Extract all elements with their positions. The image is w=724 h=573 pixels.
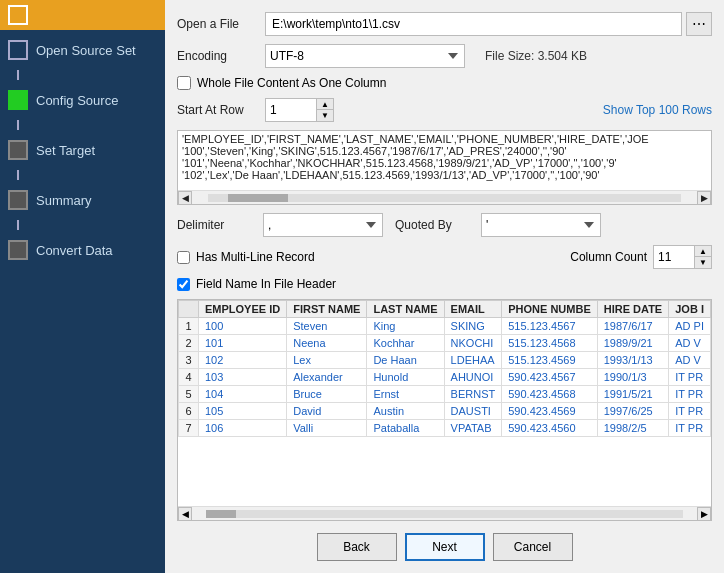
table-hscrollbar[interactable]: ◀ ▶	[178, 506, 711, 520]
table-cell: 102	[199, 352, 287, 369]
next-button[interactable]: Next	[405, 533, 485, 561]
back-button[interactable]: Back	[317, 533, 397, 561]
sidebar-connector-3	[17, 170, 19, 180]
scrollbar-thumb[interactable]	[228, 194, 288, 202]
data-table-container: EMPLOYEE IDFIRST NAMELAST NAMEEMAILPHONE…	[177, 299, 712, 521]
table-cell: 1993/1/13	[597, 352, 668, 369]
table-cell: AD PI	[669, 318, 711, 335]
table-hscroll-right[interactable]: ▶	[697, 507, 711, 521]
whole-file-checkbox[interactable]	[177, 76, 191, 90]
delimiter-group: Delimiter ,	[177, 213, 383, 237]
table-row-number-header	[179, 301, 199, 318]
browse-button[interactable]: ⋯	[686, 12, 712, 36]
sidebar-header	[0, 0, 165, 30]
scrollbar-track	[208, 194, 681, 202]
field-name-checkbox[interactable]	[177, 278, 190, 291]
table-cell: LDEHAA	[444, 352, 502, 369]
column-count-up-button[interactable]: ▲	[695, 246, 711, 257]
sidebar-connector-4	[17, 220, 19, 230]
table-column-header: HIRE DATE	[597, 301, 668, 318]
table-row: 5104BruceErnstBERNST590.423.45681991/5/2…	[179, 386, 711, 403]
sidebar: Open Source Set Config Source Set Target…	[0, 0, 165, 573]
sidebar-item-set-target[interactable]: Set Target	[0, 130, 165, 170]
quoted-by-select[interactable]: '	[481, 213, 601, 237]
column-count-label: Column Count	[570, 250, 647, 264]
table-cell: Hunold	[367, 369, 444, 386]
quoted-by-group: Quoted By '	[395, 213, 601, 237]
table-column-header: FIRST NAME	[287, 301, 367, 318]
column-count-input[interactable]	[654, 246, 694, 268]
table-hscroll-left[interactable]: ◀	[178, 507, 192, 521]
table-cell: 515.123.4569	[502, 352, 598, 369]
scroll-right-arrow[interactable]: ▶	[697, 191, 711, 205]
multiline-checkbox-group: Has Multi-Line Record	[177, 250, 315, 264]
table-row-number: 3	[179, 352, 199, 369]
table-cell: IT PR	[669, 403, 711, 420]
table-cell: 1997/6/25	[597, 403, 668, 420]
multiline-checkbox[interactable]	[177, 251, 190, 264]
text-preview: 'EMPLOYEE_ID','FIRST_NAME','LAST_NAME','…	[177, 130, 712, 205]
open-file-row: Open a File ⋯	[177, 12, 712, 36]
table-column-header: LAST NAME	[367, 301, 444, 318]
table-cell: 515.123.4567	[502, 318, 598, 335]
table-header-row: EMPLOYEE IDFIRST NAMELAST NAMEEMAILPHONE…	[179, 301, 711, 318]
cancel-button[interactable]: Cancel	[493, 533, 573, 561]
text-preview-hscrollbar[interactable]: ◀ ▶	[178, 190, 711, 204]
sidebar-label-open-source-set: Open Source Set	[36, 43, 136, 58]
data-table-scroll[interactable]: EMPLOYEE IDFIRST NAMELAST NAMEEMAILPHONE…	[178, 300, 711, 506]
start-at-row-label: Start At Row	[177, 103, 257, 117]
table-cell: 103	[199, 369, 287, 386]
table-cell: 1987/6/17	[597, 318, 668, 335]
app-logo	[8, 5, 28, 25]
table-cell: Steven	[287, 318, 367, 335]
table-cell: Ernst	[367, 386, 444, 403]
step-icon-convert-data	[8, 240, 28, 260]
sidebar-item-convert-data[interactable]: Convert Data	[0, 230, 165, 270]
step-icon-summary	[8, 190, 28, 210]
table-cell: AD V	[669, 335, 711, 352]
start-at-row-spinner: ▲ ▼	[265, 98, 334, 122]
table-cell: 100	[199, 318, 287, 335]
table-cell: Valli	[287, 420, 367, 437]
table-row-number: 2	[179, 335, 199, 352]
start-at-row-down-button[interactable]: ▼	[317, 110, 333, 121]
sidebar-item-config-source[interactable]: Config Source	[0, 80, 165, 120]
table-cell: 1998/2/5	[597, 420, 668, 437]
scroll-left-arrow[interactable]: ◀	[178, 191, 192, 205]
table-hscroll-track	[206, 510, 683, 518]
table-cell: AD V	[669, 352, 711, 369]
whole-file-row: Whole File Content As One Column	[177, 76, 712, 90]
table-cell: Bruce	[287, 386, 367, 403]
table-cell: 104	[199, 386, 287, 403]
table-cell: Kochhar	[367, 335, 444, 352]
sidebar-connector-1	[17, 70, 19, 80]
start-at-row-spinner-buttons: ▲ ▼	[316, 99, 333, 121]
data-table: EMPLOYEE IDFIRST NAMELAST NAMEEMAILPHONE…	[178, 300, 711, 437]
table-cell: 515.123.4568	[502, 335, 598, 352]
table-cell: DAUSTI	[444, 403, 502, 420]
sidebar-label-convert-data: Convert Data	[36, 243, 113, 258]
column-count-group: Column Count ▲ ▼	[570, 245, 712, 269]
table-column-header: EMAIL	[444, 301, 502, 318]
table-cell: De Haan	[367, 352, 444, 369]
column-count-down-button[interactable]: ▼	[695, 257, 711, 268]
encoding-select[interactable]: UTF-8	[265, 44, 465, 68]
table-hscroll-thumb[interactable]	[206, 510, 236, 518]
table-cell: 105	[199, 403, 287, 420]
sidebar-connector-2	[17, 120, 19, 130]
sidebar-label-summary: Summary	[36, 193, 92, 208]
table-body: 1100StevenKingSKING515.123.45671987/6/17…	[179, 318, 711, 437]
start-at-row-input[interactable]	[266, 99, 316, 121]
file-path-input[interactable]	[265, 12, 682, 36]
start-at-row-up-button[interactable]: ▲	[317, 99, 333, 110]
delimiter-select[interactable]: ,	[263, 213, 383, 237]
file-size-label: File Size: 3.504 KB	[485, 49, 587, 63]
table-row-number: 5	[179, 386, 199, 403]
sidebar-item-summary[interactable]: Summary	[0, 180, 165, 220]
table-cell: BERNST	[444, 386, 502, 403]
table-cell: SKING	[444, 318, 502, 335]
table-cell: Lex	[287, 352, 367, 369]
table-row: 6105DavidAustinDAUSTI590.423.45691997/6/…	[179, 403, 711, 420]
sidebar-item-open-source-set[interactable]: Open Source Set	[0, 30, 165, 70]
table-cell: 590.423.4568	[502, 386, 598, 403]
